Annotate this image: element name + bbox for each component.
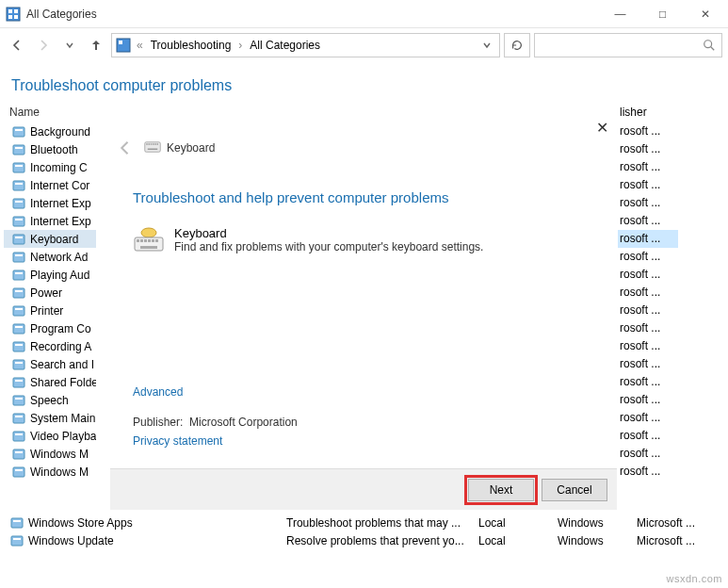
next-button[interactable]: Next: [468, 479, 534, 501]
svg-rect-34: [15, 344, 23, 346]
list-item[interactable]: Bluetooth: [4, 140, 96, 158]
svg-rect-16: [15, 183, 23, 185]
list-item[interactable]: Speech: [4, 391, 96, 409]
privacy-link[interactable]: Privacy statement: [133, 434, 594, 448]
troubleshooter-list[interactable]: BackgroundBluetoothIncoming CInternet Co…: [4, 122, 96, 481]
list-item[interactable]: Video Playba: [4, 427, 96, 445]
svg-rect-13: [13, 163, 24, 172]
publisher-cell: rosoft ...: [618, 122, 678, 140]
list-item[interactable]: Internet Cor: [4, 176, 96, 194]
svg-rect-15: [13, 181, 24, 190]
svg-rect-68: [11, 536, 23, 546]
svg-rect-3: [8, 15, 12, 19]
close-button[interactable]: ✕: [684, 1, 726, 27]
item-icon: [11, 196, 26, 211]
publisher-cell: rosoft ...: [618, 373, 678, 391]
cancel-button[interactable]: Cancel: [542, 479, 607, 501]
svg-rect-32: [15, 326, 23, 328]
list-item[interactable]: Internet Exp: [4, 212, 96, 230]
maximize-button[interactable]: □: [641, 1, 684, 27]
col-header-name[interactable]: Name: [4, 102, 96, 122]
svg-rect-39: [13, 396, 24, 405]
svg-rect-28: [15, 290, 23, 292]
list-item[interactable]: Incoming C: [4, 158, 96, 176]
publisher-cell: rosoft ...: [618, 248, 678, 266]
breadcrumb-dropdown-icon[interactable]: [478, 41, 495, 50]
table-row[interactable]: Windows UpdateResolve problems that prev…: [0, 531, 728, 549]
item-icon: [11, 393, 26, 408]
publisher-row: Publisher: Microsoft Corporation: [133, 416, 594, 429]
publisher-column: lisher rosoft ...rosoft ...rosoft ...ros…: [618, 102, 678, 481]
row-location: Local: [478, 534, 554, 547]
list-item[interactable]: Playing Aud: [4, 266, 96, 284]
publisher-cell: rosoft ...: [618, 176, 678, 194]
list-item[interactable]: Shared Folde: [4, 373, 96, 391]
list-item[interactable]: Background: [4, 122, 96, 140]
wizard-back-button[interactable]: [114, 137, 137, 159]
item-icon: [11, 303, 26, 318]
wizard-close-button[interactable]: ✕: [590, 116, 613, 139]
item-icon: [11, 232, 26, 247]
list-item[interactable]: Windows M: [4, 463, 96, 481]
keyboard-icon: [144, 141, 161, 155]
item-icon: [9, 533, 24, 548]
search-input[interactable]: [534, 33, 722, 57]
list-item[interactable]: Network Ad: [4, 248, 96, 266]
svg-rect-17: [13, 199, 24, 208]
item-icon: [11, 124, 26, 139]
row-name: Windows Update: [28, 534, 114, 547]
breadcrumb-sep-icon: «: [135, 39, 145, 52]
svg-rect-21: [13, 235, 24, 244]
list-item[interactable]: Search and I: [4, 355, 96, 373]
list-item[interactable]: Keyboard: [4, 230, 96, 248]
publisher-cell: rosoft ...: [618, 445, 678, 463]
item-label: Windows M: [30, 466, 89, 479]
col-header-publisher[interactable]: lisher: [618, 102, 678, 122]
row-location: Local: [478, 516, 554, 530]
breadcrumb[interactable]: « Troubleshooting › All Categories: [111, 33, 500, 57]
page-title: Troubleshoot computer problems: [11, 77, 717, 94]
keyboard-large-icon: [133, 226, 165, 253]
svg-rect-65: [140, 246, 157, 249]
list-item[interactable]: Power: [4, 284, 96, 302]
svg-rect-25: [13, 270, 24, 280]
page-header: Troubleshoot computer problems: [0, 62, 728, 102]
recent-dropdown[interactable]: [58, 34, 81, 57]
list-item[interactable]: System Main: [4, 409, 96, 427]
publisher-cell: rosoft ...: [618, 463, 678, 481]
refresh-button[interactable]: [504, 33, 530, 57]
list-item[interactable]: Program Co: [4, 319, 96, 337]
up-button[interactable]: [85, 34, 107, 57]
item-label: Shared Folde: [30, 376, 96, 389]
svg-rect-11: [13, 145, 24, 155]
list-item[interactable]: Recording A: [4, 337, 96, 355]
svg-rect-53: [153, 143, 154, 145]
svg-rect-18: [15, 201, 23, 203]
list-item[interactable]: Windows M: [4, 445, 96, 463]
control-panel-icon: [116, 38, 131, 53]
window-title: All Categories: [26, 8, 599, 21]
list-item[interactable]: Printer: [4, 302, 96, 319]
table-row[interactable]: Windows Store AppsTroubleshoot problems …: [0, 514, 728, 531]
publisher-cell: rosoft ...: [618, 427, 678, 445]
svg-rect-36: [15, 362, 23, 364]
svg-rect-38: [15, 380, 23, 382]
item-label: Printer: [30, 304, 63, 318]
svg-rect-26: [15, 272, 23, 274]
list-item[interactable]: Internet Exp: [4, 194, 96, 212]
svg-rect-60: [140, 239, 143, 242]
back-button[interactable]: [6, 34, 28, 57]
publisher-cell: rosoft ...: [618, 266, 678, 284]
publisher-cell: rosoft ...: [618, 230, 678, 248]
forward-button[interactable]: [32, 34, 55, 57]
breadcrumb-seg-2[interactable]: All Categories: [248, 37, 322, 54]
name-column: Name BackgroundBluetoothIncoming CIntern…: [4, 102, 96, 481]
breadcrumb-seg-1[interactable]: Troubleshooting: [149, 37, 234, 54]
advanced-link[interactable]: Advanced: [133, 385, 594, 399]
item-icon: [11, 465, 26, 480]
item-label: Search and I: [30, 358, 94, 371]
minimize-button[interactable]: —: [599, 1, 641, 27]
svg-rect-2: [14, 9, 18, 13]
publisher-cell: rosoft ...: [618, 140, 678, 158]
svg-rect-48: [15, 469, 23, 471]
